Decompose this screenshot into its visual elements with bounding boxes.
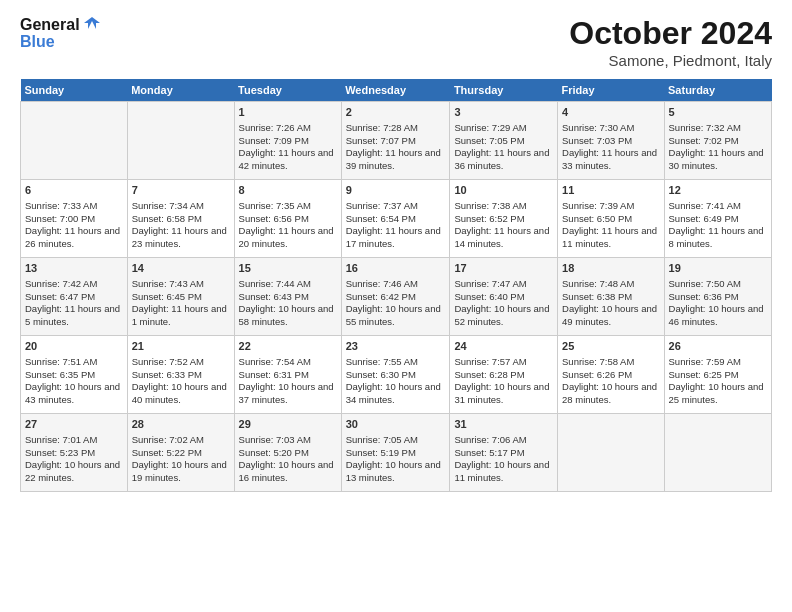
day-number: 2 (346, 105, 446, 120)
cell-text: Sunrise: 7:37 AM (346, 200, 446, 213)
calendar-cell: 20Sunrise: 7:51 AMSunset: 6:35 PMDayligh… (21, 336, 128, 414)
cell-text: Sunset: 5:17 PM (454, 447, 553, 460)
cell-text: Sunrise: 7:52 AM (132, 356, 230, 369)
cell-text: Daylight: 11 hours and 11 minutes. (562, 225, 660, 251)
calendar-cell (558, 414, 665, 492)
cell-text: Sunset: 7:02 PM (669, 135, 767, 148)
cell-text: Sunset: 6:42 PM (346, 291, 446, 304)
cell-text: Sunrise: 7:28 AM (346, 122, 446, 135)
cell-text: Daylight: 10 hours and 19 minutes. (132, 459, 230, 485)
col-tuesday: Tuesday (234, 79, 341, 102)
calendar-week-row: 20Sunrise: 7:51 AMSunset: 6:35 PMDayligh… (21, 336, 772, 414)
calendar-cell: 6Sunrise: 7:33 AMSunset: 7:00 PMDaylight… (21, 180, 128, 258)
cell-text: Daylight: 11 hours and 30 minutes. (669, 147, 767, 173)
cell-text: Sunset: 6:33 PM (132, 369, 230, 382)
cell-text: Daylight: 10 hours and 13 minutes. (346, 459, 446, 485)
cell-text: Sunrise: 7:46 AM (346, 278, 446, 291)
calendar-cell: 5Sunrise: 7:32 AMSunset: 7:02 PMDaylight… (664, 102, 771, 180)
day-number: 24 (454, 339, 553, 354)
cell-text: Sunset: 5:20 PM (239, 447, 337, 460)
cell-text: Sunrise: 7:26 AM (239, 122, 337, 135)
cell-text: Sunrise: 7:47 AM (454, 278, 553, 291)
cell-text: Sunrise: 7:39 AM (562, 200, 660, 213)
cell-text: Sunset: 7:05 PM (454, 135, 553, 148)
calendar-cell (127, 102, 234, 180)
cell-text: Sunset: 6:36 PM (669, 291, 767, 304)
day-number: 20 (25, 339, 123, 354)
day-number: 14 (132, 261, 230, 276)
cell-text: Daylight: 10 hours and 55 minutes. (346, 303, 446, 329)
cell-text: Daylight: 10 hours and 58 minutes. (239, 303, 337, 329)
calendar-cell: 3Sunrise: 7:29 AMSunset: 7:05 PMDaylight… (450, 102, 558, 180)
calendar-cell: 10Sunrise: 7:38 AMSunset: 6:52 PMDayligh… (450, 180, 558, 258)
cell-text: Sunset: 5:23 PM (25, 447, 123, 460)
calendar-cell: 13Sunrise: 7:42 AMSunset: 6:47 PMDayligh… (21, 258, 128, 336)
cell-text: Sunrise: 7:35 AM (239, 200, 337, 213)
cell-text: Sunset: 6:30 PM (346, 369, 446, 382)
calendar-cell: 31Sunrise: 7:06 AMSunset: 5:17 PMDayligh… (450, 414, 558, 492)
calendar-cell: 9Sunrise: 7:37 AMSunset: 6:54 PMDaylight… (341, 180, 450, 258)
title-block: October 2024 Samone, Piedmont, Italy (569, 15, 772, 69)
cell-text: Sunset: 6:26 PM (562, 369, 660, 382)
calendar-cell: 15Sunrise: 7:44 AMSunset: 6:43 PMDayligh… (234, 258, 341, 336)
calendar-cell: 4Sunrise: 7:30 AMSunset: 7:03 PMDaylight… (558, 102, 665, 180)
cell-text: Sunrise: 7:51 AM (25, 356, 123, 369)
cell-text: Sunset: 6:52 PM (454, 213, 553, 226)
cell-text: Daylight: 10 hours and 25 minutes. (669, 381, 767, 407)
cell-text: Sunrise: 7:57 AM (454, 356, 553, 369)
col-monday: Monday (127, 79, 234, 102)
page: General Blue October 2024 Samone, Piedmo… (0, 0, 792, 502)
cell-text: Sunset: 6:35 PM (25, 369, 123, 382)
cell-text: Daylight: 10 hours and 37 minutes. (239, 381, 337, 407)
cell-text: Daylight: 10 hours and 52 minutes. (454, 303, 553, 329)
col-wednesday: Wednesday (341, 79, 450, 102)
day-number: 29 (239, 417, 337, 432)
day-number: 1 (239, 105, 337, 120)
cell-text: Sunrise: 7:44 AM (239, 278, 337, 291)
calendar-cell: 2Sunrise: 7:28 AMSunset: 7:07 PMDaylight… (341, 102, 450, 180)
cell-text: Sunset: 6:56 PM (239, 213, 337, 226)
col-friday: Friday (558, 79, 665, 102)
day-number: 17 (454, 261, 553, 276)
day-number: 11 (562, 183, 660, 198)
cell-text: Daylight: 11 hours and 14 minutes. (454, 225, 553, 251)
cell-text: Sunrise: 7:43 AM (132, 278, 230, 291)
cell-text: Daylight: 11 hours and 36 minutes. (454, 147, 553, 173)
cell-text: Sunset: 6:25 PM (669, 369, 767, 382)
cell-text: Sunrise: 7:29 AM (454, 122, 553, 135)
cell-text: Sunset: 5:19 PM (346, 447, 446, 460)
calendar-table: Sunday Monday Tuesday Wednesday Thursday… (20, 79, 772, 492)
calendar-cell: 12Sunrise: 7:41 AMSunset: 6:49 PMDayligh… (664, 180, 771, 258)
cell-text: Sunrise: 7:59 AM (669, 356, 767, 369)
calendar-cell (21, 102, 128, 180)
cell-text: Sunrise: 7:55 AM (346, 356, 446, 369)
calendar-body: 1Sunrise: 7:26 AMSunset: 7:09 PMDaylight… (21, 102, 772, 492)
cell-text: Sunrise: 7:50 AM (669, 278, 767, 291)
cell-text: Sunrise: 7:41 AM (669, 200, 767, 213)
calendar-week-row: 1Sunrise: 7:26 AMSunset: 7:09 PMDaylight… (21, 102, 772, 180)
logo-text: General Blue (20, 15, 102, 51)
day-number: 3 (454, 105, 553, 120)
day-number: 16 (346, 261, 446, 276)
calendar-cell: 16Sunrise: 7:46 AMSunset: 6:42 PMDayligh… (341, 258, 450, 336)
day-number: 26 (669, 339, 767, 354)
calendar-cell: 29Sunrise: 7:03 AMSunset: 5:20 PMDayligh… (234, 414, 341, 492)
day-number: 15 (239, 261, 337, 276)
day-number: 10 (454, 183, 553, 198)
day-number: 12 (669, 183, 767, 198)
cell-text: Sunrise: 7:54 AM (239, 356, 337, 369)
day-number: 6 (25, 183, 123, 198)
calendar-cell: 17Sunrise: 7:47 AMSunset: 6:40 PMDayligh… (450, 258, 558, 336)
calendar-week-row: 27Sunrise: 7:01 AMSunset: 5:23 PMDayligh… (21, 414, 772, 492)
calendar-cell (664, 414, 771, 492)
day-number: 7 (132, 183, 230, 198)
day-number: 30 (346, 417, 446, 432)
cell-text: Sunrise: 7:32 AM (669, 122, 767, 135)
cell-text: Sunrise: 7:38 AM (454, 200, 553, 213)
cell-text: Sunrise: 7:01 AM (25, 434, 123, 447)
day-number: 8 (239, 183, 337, 198)
cell-text: Daylight: 10 hours and 16 minutes. (239, 459, 337, 485)
cell-text: Daylight: 10 hours and 22 minutes. (25, 459, 123, 485)
calendar-cell: 19Sunrise: 7:50 AMSunset: 6:36 PMDayligh… (664, 258, 771, 336)
cell-text: Daylight: 10 hours and 11 minutes. (454, 459, 553, 485)
